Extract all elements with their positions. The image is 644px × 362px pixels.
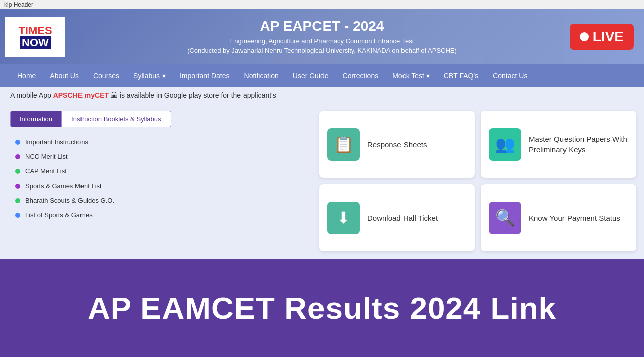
list-item-dot [15, 213, 20, 218]
card-label: Download Hall Ticket [367, 213, 438, 223]
card-icon: 👥 [489, 128, 521, 161]
card-label: Know Your Payment Status [529, 213, 620, 223]
right-panel: 📋Response Sheets👥Master Question Papers … [312, 103, 644, 259]
card[interactable]: 🔍Know Your Payment Status [481, 184, 636, 251]
site-header: TIMES NOW AP EAPCET - 2024 Engineering, … [0, 9, 644, 64]
nav-item[interactable]: User Guide [286, 64, 336, 87]
nav-item[interactable]: Important Dates [173, 64, 237, 87]
list-item-dot [15, 169, 20, 174]
card[interactable]: 👥Master Question Papers With Preliminary… [481, 111, 636, 178]
list-item[interactable]: List of Sports & Games [15, 208, 297, 222]
nav-item[interactable]: Corrections [336, 64, 386, 87]
marquee-text-after: 🏛 is available in Google play store for … [111, 91, 276, 99]
nav-item[interactable]: CBT FAQ's [437, 64, 486, 87]
left-panel: InformationInstruction Booklets & Syllab… [0, 103, 312, 259]
logo-area: TIMES NOW [5, 17, 65, 57]
nav-item[interactable]: Syllabus ▾ [126, 64, 173, 87]
marquee-text-before: A mobile App [10, 91, 53, 99]
marquee-link[interactable]: APSCHE myCET [53, 91, 109, 99]
list-item-label: NCC Merit List [25, 153, 68, 160]
bottom-banner: AP EAMCET Results 2024 Link [0, 259, 644, 357]
logo-times: TIMES NOW [18, 25, 52, 49]
list-item[interactable]: Bharath Scouts & Guides G.O. [15, 193, 297, 208]
list-item[interactable]: NCC Merit List [15, 149, 297, 164]
list-item-label: List of Sports & Games [25, 211, 93, 219]
skip-header: kip Header [0, 0, 644, 9]
tabs-bar: InformationInstruction Booklets & Syllab… [10, 111, 302, 127]
card[interactable]: 📋Response Sheets [319, 111, 475, 178]
live-label: LIVE [593, 29, 624, 45]
bottom-banner-text: AP EAMCET Results 2024 Link [88, 290, 556, 326]
list-item-label: Important Instructions [25, 138, 88, 146]
list-item-label: Sports & Games Merit List [25, 182, 102, 190]
tab[interactable]: Information [10, 111, 62, 127]
info-list: Important InstructionsNCC Merit ListCAP … [10, 135, 302, 222]
nav-item[interactable]: Contact Us [486, 64, 534, 87]
list-item-dot [15, 154, 20, 159]
nav-item[interactable]: Notification [237, 64, 286, 87]
card-label: Response Sheets [367, 139, 427, 150]
list-item[interactable]: CAP Merit List [15, 164, 297, 178]
list-item-dot [15, 184, 20, 189]
nav-item[interactable]: About Us [43, 64, 86, 87]
nav-item[interactable]: Home [10, 64, 43, 87]
site-subtitle2: (Conducted by Jawaharlal Nehru Technolog… [187, 46, 457, 56]
nav-item[interactable]: Courses [86, 64, 126, 87]
list-item[interactable]: Sports & Games Merit List [15, 178, 297, 193]
card[interactable]: ⬇Download Hall Ticket [319, 184, 475, 251]
card-icon: 🔍 [489, 202, 521, 234]
card-icon: 📋 [327, 128, 360, 161]
tab[interactable]: Instruction Booklets & Syllabus [62, 111, 171, 127]
live-dot [580, 32, 589, 41]
logo-box: TIMES NOW [5, 17, 65, 57]
live-badge: LIVE [570, 24, 634, 50]
card-icon: ⬇ [327, 202, 360, 234]
nav-item[interactable]: Mock Test ▾ [385, 64, 437, 87]
list-item-dot [15, 198, 20, 203]
list-item-dot [15, 140, 20, 145]
logo-now: NOW [20, 36, 51, 49]
site-title: AP EAPCET - 2024 [187, 18, 457, 34]
card-label: Master Question Papers With Preliminary … [529, 134, 629, 155]
site-subtitle1: Engineering, Agriculture and Pharmacy Co… [187, 36, 457, 46]
list-item-label: CAP Merit List [25, 167, 67, 175]
list-item[interactable]: Important Instructions [15, 135, 297, 149]
header-title: AP EAPCET - 2024 Engineering, Agricultur… [187, 18, 457, 56]
marquee-banner: A mobile App APSCHE myCET 🏛 is available… [0, 87, 644, 103]
navbar: HomeAbout UsCoursesSyllabus ▾Important D… [0, 64, 644, 87]
main-content: InformationInstruction Booklets & Syllab… [0, 103, 644, 259]
list-item-label: Bharath Scouts & Guides G.O. [25, 197, 114, 204]
